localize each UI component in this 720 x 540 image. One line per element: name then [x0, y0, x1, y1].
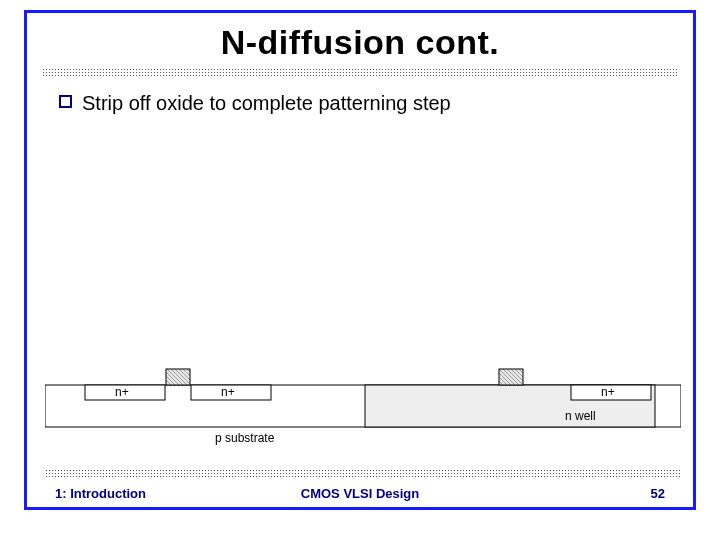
nplus-label-3: n+ [601, 385, 615, 399]
slide-title: N-diffusion cont. [27, 23, 693, 62]
footer-page-number: 52 [651, 486, 665, 501]
footer-divider [45, 469, 681, 477]
bullet-row: Strip off oxide to complete patterning s… [59, 92, 693, 115]
title-divider [42, 68, 678, 78]
nplus-label-1: n+ [115, 385, 129, 399]
slide-frame: N-diffusion cont. Strip off oxide to com… [24, 10, 696, 510]
footer-left: 1: Introduction [55, 486, 146, 501]
nwell-label: n well [565, 409, 596, 423]
nplus-label-2: n+ [221, 385, 235, 399]
svg-rect-6 [166, 369, 190, 385]
bullet-text: Strip off oxide to complete patterning s… [82, 92, 451, 115]
cross-section-diagram: n+ n+ n+ n well p substrate [45, 347, 681, 457]
psubstrate-label: p substrate [215, 431, 275, 445]
bullet-marker-icon [59, 95, 72, 108]
svg-rect-7 [499, 369, 523, 385]
slide-footer: 1: Introduction CMOS VLSI Design 52 [27, 486, 693, 501]
